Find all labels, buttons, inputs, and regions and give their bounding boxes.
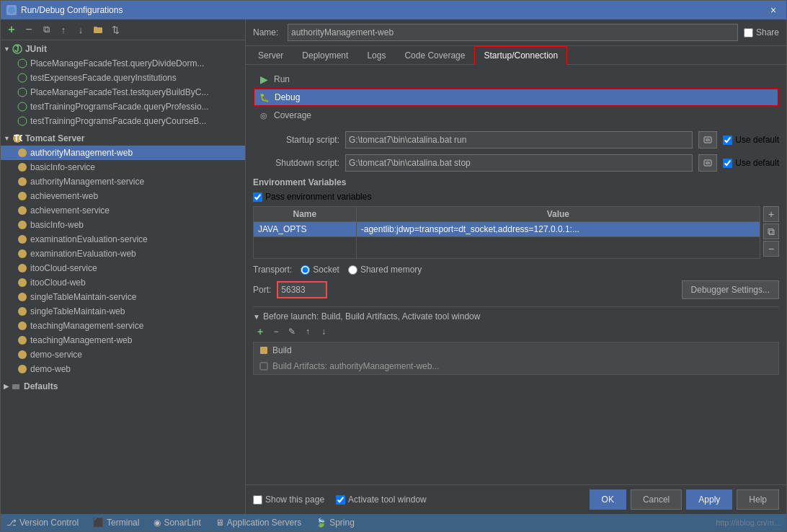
tree-item-basicinfo-service[interactable]: basicInfo-service <box>1 160 245 174</box>
tree-group-junit[interactable]: ▼ J JUnit <box>1 42 245 56</box>
tree-item-authority-web[interactable]: authorityManagement-web <box>1 146 245 160</box>
ti15 <box>17 349 28 360</box>
junit-item-icon2 <box>17 72 28 84</box>
launch-item-run[interactable]: ▶ Run <box>253 71 779 88</box>
before-launch-move-down-button[interactable]: ↓ <box>316 324 331 339</box>
sonar-icon: ◉ <box>154 518 161 528</box>
shutdown-script-input[interactable] <box>345 154 693 172</box>
tomcat-item-icon2 <box>17 161 28 173</box>
tree-item-demo-service[interactable]: demo-service <box>1 347 245 362</box>
transport-socket-option[interactable]: Socket <box>301 265 339 275</box>
transport-socket-radio[interactable] <box>301 265 310 275</box>
defaults-icon <box>10 381 22 392</box>
env-add-button[interactable]: + <box>763 206 779 222</box>
close-button[interactable]: × <box>770 5 781 15</box>
startup-script-browse-button[interactable] <box>698 131 717 148</box>
activate-tool-checkbox[interactable] <box>336 495 345 505</box>
tree-item-exam-service[interactable]: examinationEvaluation-service <box>1 232 245 247</box>
tree-item-itoo-web[interactable]: itooCloud-web <box>1 275 245 290</box>
cancel-button[interactable]: Cancel <box>631 489 682 510</box>
svg-point-18 <box>18 235 27 244</box>
tree-item-basicinfo-web[interactable]: basicInfo-web <box>1 218 245 232</box>
shutdown-use-default-checkbox[interactable] <box>723 159 732 168</box>
apply-button[interactable]: Apply <box>686 489 732 510</box>
folder-button[interactable] <box>90 22 106 37</box>
label13: teachingManagement-service <box>30 321 143 331</box>
spring-label: Spring <box>329 518 355 528</box>
junit-expand-icon[interactable]: ▼ <box>4 45 10 53</box>
share-checkbox[interactable] <box>744 28 753 37</box>
label9: itooCloud-service <box>30 263 97 273</box>
tree-item-demo-web[interactable]: demo-web <box>1 362 245 376</box>
debugger-settings-button[interactable]: Debugger Settings... <box>682 280 779 299</box>
show-page-checkbox[interactable] <box>253 495 262 505</box>
launch-item-coverage[interactable]: ◎ Coverage <box>253 107 779 124</box>
pass-env-checkbox[interactable] <box>253 192 262 202</box>
before-launch-item-artifacts[interactable]: Build Artifacts: authorityManagement-web… <box>254 358 778 374</box>
tab-deployment[interactable]: Deployment <box>293 46 357 65</box>
port-input[interactable] <box>277 281 327 298</box>
move-down-button[interactable]: ↓ <box>73 22 89 37</box>
before-launch-add-button[interactable]: + <box>253 324 267 339</box>
tree-item-2[interactable]: testExpensesFacade.queryInstitutions <box>1 71 245 85</box>
tree-item-authority-service[interactable]: authorityManagement-service <box>1 174 245 189</box>
tree-item-4[interactable]: testTrainingProgramsFacade.queryProfessi… <box>1 99 245 114</box>
copy-config-button[interactable]: ⧉ <box>38 22 54 37</box>
svg-point-26 <box>18 350 27 359</box>
tree-item-3[interactable]: PlaceManageFacadeTest.testqueryBuildByC.… <box>1 85 245 99</box>
before-launch-remove-button[interactable]: − <box>269 324 283 339</box>
tree-item-achievement-web[interactable]: achievement-web <box>1 189 245 203</box>
svg-point-8 <box>18 102 27 111</box>
tree-item-itoo-service[interactable]: itooCloud-service <box>1 261 245 275</box>
sort-button[interactable]: ⇅ <box>107 22 123 37</box>
status-app-servers[interactable]: 🖥 Application Servers <box>215 518 301 528</box>
launch-item-debug[interactable]: 🐛 Debug <box>253 88 779 107</box>
ti3 <box>17 176 28 187</box>
shutdown-script-browse-button[interactable] <box>698 154 717 172</box>
tree-group-tomcat[interactable]: ▼ TC Tomcat Server <box>1 131 245 146</box>
tree-item-exam-web[interactable]: examinationEvaluation-web <box>1 247 245 261</box>
startup-use-default-checkbox[interactable] <box>723 136 732 145</box>
before-launch-collapse-icon[interactable]: ▼ <box>253 313 260 321</box>
tree-item-1[interactable]: PlaceManageFacadeTest.queryDivideDorm... <box>1 56 245 71</box>
add-config-button[interactable]: + <box>4 22 19 37</box>
status-sonar[interactable]: ◉ SonarLint <box>154 518 200 528</box>
status-spring[interactable]: 🍃 Spring <box>316 518 355 528</box>
tab-code-coverage[interactable]: Code Coverage <box>395 46 474 65</box>
ti11 <box>17 291 28 303</box>
tree-item-label-5: testTrainingProgramsFacade.queryCourseB.… <box>30 116 206 126</box>
before-launch-move-up-button[interactable]: ↑ <box>301 324 315 339</box>
svg-point-17 <box>18 221 27 229</box>
transport-shared-memory-radio[interactable] <box>348 265 357 275</box>
transport-shared-memory-option[interactable]: Shared memory <box>348 265 422 275</box>
move-up-button[interactable]: ↑ <box>55 22 71 37</box>
before-launch-edit-button[interactable]: ✎ <box>285 324 299 339</box>
tree-item-teaching-web[interactable]: teachingManagement-web <box>1 333 245 347</box>
name-input[interactable] <box>288 24 738 41</box>
status-version-control[interactable]: ⎇ Version Control <box>6 518 79 528</box>
tree-item-achievement-service[interactable]: achievement-service <box>1 203 245 218</box>
tree-item-single-service[interactable]: singleTableMaintain-service <box>1 290 245 304</box>
tab-server[interactable]: Server <box>249 46 293 65</box>
startup-script-input[interactable] <box>345 131 693 148</box>
tree-item-5[interactable]: testTrainingProgramsFacade.queryCourseB.… <box>1 114 245 128</box>
svg-rect-2 <box>94 27 97 28</box>
svg-point-19 <box>18 249 27 258</box>
tree-item-single-web[interactable]: singleTableMaintain-web <box>1 304 245 319</box>
label6: basicInfo-web <box>30 220 84 230</box>
tree-item-teaching-service[interactable]: teachingManagement-service <box>1 319 245 333</box>
help-button[interactable]: Help <box>737 489 779 510</box>
env-copy-button[interactable]: ⧉ <box>763 223 779 239</box>
ok-button[interactable]: OK <box>590 489 626 510</box>
tomcat-expand-icon[interactable]: ▼ <box>4 135 10 142</box>
defaults-expand-icon[interactable]: ▶ <box>4 383 9 390</box>
tab-logs[interactable]: Logs <box>357 46 395 65</box>
tree-group-defaults[interactable]: ▶ Defaults <box>1 379 245 394</box>
tab-startup-connection[interactable]: Startup/Connection <box>474 46 567 65</box>
before-launch-header[interactable]: ▼ Before launch: Build, Build Artifacts,… <box>253 311 779 322</box>
env-remove-button[interactable]: − <box>763 241 779 257</box>
env-table-row[interactable]: JAVA_OPTS -agentlib:jdwp=transport=dt_so… <box>254 222 760 237</box>
status-terminal[interactable]: ⬛ Terminal <box>93 518 139 528</box>
remove-config-button[interactable]: − <box>21 22 37 37</box>
before-launch-item-build[interactable]: Build <box>254 342 778 358</box>
